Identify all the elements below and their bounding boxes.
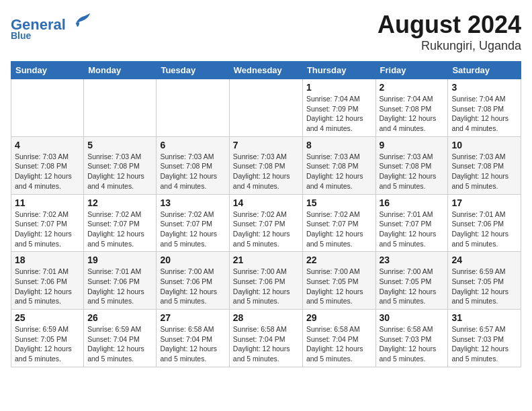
day-number: 24: [451, 255, 517, 265]
table-row: 6Sunrise: 7:03 AM Sunset: 7:08 PM Daylig…: [157, 136, 229, 194]
table-row: 3Sunrise: 7:04 AM Sunset: 7:08 PM Daylig…: [448, 79, 521, 137]
day-info: Sunrise: 7:01 AM Sunset: 7:06 PM Dayligh…: [15, 267, 80, 306]
col-wednesday: Wednesday: [229, 62, 302, 79]
location-subtitle: Rukungiri, Uganda: [378, 39, 521, 53]
day-info: Sunrise: 6:58 AM Sunset: 7:04 PM Dayligh…: [306, 324, 372, 364]
day-number: 9: [380, 140, 445, 150]
calendar-week-1: 1Sunrise: 7:04 AM Sunset: 7:09 PM Daylig…: [11, 79, 521, 137]
day-number: 15: [306, 197, 372, 208]
table-row: 14Sunrise: 7:02 AM Sunset: 7:07 PM Dayli…: [229, 194, 302, 252]
table-row: 25Sunrise: 6:59 AM Sunset: 7:05 PM Dayli…: [11, 310, 84, 367]
calendar-week-3: 11Sunrise: 7:02 AM Sunset: 7:07 PM Dayli…: [11, 194, 521, 252]
day-number: 2: [380, 82, 445, 93]
col-monday: Monday: [84, 62, 157, 79]
table-row: 29Sunrise: 6:58 AM Sunset: 7:04 PM Dayli…: [302, 310, 375, 367]
table-row: 12Sunrise: 7:02 AM Sunset: 7:07 PM Dayli…: [84, 194, 157, 252]
day-number: 28: [233, 312, 299, 323]
table-row: 13Sunrise: 7:02 AM Sunset: 7:07 PM Dayli…: [157, 194, 229, 252]
day-info: Sunrise: 6:59 AM Sunset: 7:05 PM Dayligh…: [451, 267, 517, 306]
day-info: Sunrise: 6:58 AM Sunset: 7:04 PM Dayligh…: [160, 324, 225, 364]
table-row: 23Sunrise: 7:00 AM Sunset: 7:05 PM Dayli…: [375, 252, 448, 310]
day-info: Sunrise: 7:01 AM Sunset: 7:06 PM Dayligh…: [87, 267, 152, 306]
day-number: 3: [451, 82, 517, 93]
day-number: 4: [15, 140, 80, 150]
day-info: Sunrise: 6:58 AM Sunset: 7:04 PM Dayligh…: [233, 324, 299, 364]
day-info: Sunrise: 7:03 AM Sunset: 7:08 PM Dayligh…: [451, 152, 517, 191]
table-row: 7Sunrise: 7:03 AM Sunset: 7:08 PM Daylig…: [229, 136, 302, 194]
day-info: Sunrise: 7:04 AM Sunset: 7:08 PM Dayligh…: [380, 94, 445, 134]
day-number: 19: [87, 255, 152, 265]
calendar-week-4: 18Sunrise: 7:01 AM Sunset: 7:06 PM Dayli…: [11, 252, 521, 310]
day-number: 1: [306, 82, 372, 93]
day-info: Sunrise: 7:03 AM Sunset: 7:08 PM Dayligh…: [380, 152, 445, 191]
day-info: Sunrise: 7:00 AM Sunset: 7:05 PM Dayligh…: [306, 267, 372, 306]
table-row: 21Sunrise: 7:00 AM Sunset: 7:06 PM Dayli…: [229, 252, 302, 310]
day-number: 8: [306, 140, 372, 150]
table-row: [157, 79, 229, 137]
day-number: 12: [87, 197, 152, 208]
day-number: 20: [160, 255, 225, 265]
day-number: 5: [87, 140, 152, 150]
day-info: Sunrise: 7:00 AM Sunset: 7:06 PM Dayligh…: [233, 267, 299, 306]
day-number: 25: [15, 312, 80, 323]
day-info: Sunrise: 7:03 AM Sunset: 7:08 PM Dayligh…: [160, 152, 225, 191]
table-row: 27Sunrise: 6:58 AM Sunset: 7:04 PM Dayli…: [157, 310, 229, 367]
day-number: 22: [306, 255, 372, 265]
day-number: 21: [233, 255, 299, 265]
page-header: General Blue August 2024 Rukungiri, Ugan…: [11, 11, 521, 53]
day-info: Sunrise: 6:57 AM Sunset: 7:03 PM Dayligh…: [451, 324, 517, 364]
day-info: Sunrise: 7:00 AM Sunset: 7:05 PM Dayligh…: [380, 267, 445, 306]
day-info: Sunrise: 6:58 AM Sunset: 7:03 PM Dayligh…: [380, 324, 445, 364]
calendar-week-5: 25Sunrise: 6:59 AM Sunset: 7:05 PM Dayli…: [11, 310, 521, 367]
table-row: 31Sunrise: 6:57 AM Sunset: 7:03 PM Dayli…: [448, 310, 521, 367]
table-row: 22Sunrise: 7:00 AM Sunset: 7:05 PM Dayli…: [302, 252, 375, 310]
day-number: 23: [380, 255, 445, 265]
day-info: Sunrise: 6:59 AM Sunset: 7:04 PM Dayligh…: [87, 324, 152, 364]
col-saturday: Saturday: [448, 62, 521, 79]
table-row: 1Sunrise: 7:04 AM Sunset: 7:09 PM Daylig…: [302, 79, 375, 137]
day-info: Sunrise: 7:02 AM Sunset: 7:07 PM Dayligh…: [306, 210, 372, 249]
day-number: 30: [380, 312, 445, 323]
day-info: Sunrise: 7:03 AM Sunset: 7:08 PM Dayligh…: [306, 152, 372, 191]
day-info: Sunrise: 7:03 AM Sunset: 7:08 PM Dayligh…: [15, 152, 80, 191]
table-row: 26Sunrise: 6:59 AM Sunset: 7:04 PM Dayli…: [84, 310, 157, 367]
table-row: [11, 79, 84, 137]
day-info: Sunrise: 7:01 AM Sunset: 7:07 PM Dayligh…: [380, 210, 445, 249]
table-row: 19Sunrise: 7:01 AM Sunset: 7:06 PM Dayli…: [84, 252, 157, 310]
day-number: 14: [233, 197, 299, 208]
day-info: Sunrise: 7:04 AM Sunset: 7:09 PM Dayligh…: [306, 94, 372, 134]
month-year-title: August 2024: [378, 11, 521, 39]
day-number: 26: [87, 312, 152, 323]
day-info: Sunrise: 7:01 AM Sunset: 7:06 PM Dayligh…: [451, 210, 517, 249]
logo-bird-icon: [73, 11, 91, 30]
title-block: August 2024 Rukungiri, Uganda: [378, 11, 521, 53]
day-number: 16: [380, 197, 445, 208]
day-number: 17: [451, 197, 517, 208]
day-info: Sunrise: 7:02 AM Sunset: 7:07 PM Dayligh…: [233, 210, 299, 249]
day-info: Sunrise: 7:04 AM Sunset: 7:08 PM Dayligh…: [451, 94, 517, 134]
calendar-header-row: Sunday Monday Tuesday Wednesday Thursday…: [11, 62, 521, 79]
table-row: 16Sunrise: 7:01 AM Sunset: 7:07 PM Dayli…: [375, 194, 448, 252]
col-tuesday: Tuesday: [157, 62, 229, 79]
table-row: 5Sunrise: 7:03 AM Sunset: 7:08 PM Daylig…: [84, 136, 157, 194]
table-row: 30Sunrise: 6:58 AM Sunset: 7:03 PM Dayli…: [375, 310, 448, 367]
table-row: [84, 79, 157, 137]
calendar-week-2: 4Sunrise: 7:03 AM Sunset: 7:08 PM Daylig…: [11, 136, 521, 194]
day-info: Sunrise: 7:03 AM Sunset: 7:08 PM Dayligh…: [233, 152, 299, 191]
col-sunday: Sunday: [11, 62, 84, 79]
table-row: 9Sunrise: 7:03 AM Sunset: 7:08 PM Daylig…: [375, 136, 448, 194]
table-row: 17Sunrise: 7:01 AM Sunset: 7:06 PM Dayli…: [448, 194, 521, 252]
col-thursday: Thursday: [302, 62, 375, 79]
table-row: 28Sunrise: 6:58 AM Sunset: 7:04 PM Dayli…: [229, 310, 302, 367]
day-info: Sunrise: 7:02 AM Sunset: 7:07 PM Dayligh…: [160, 210, 225, 249]
day-info: Sunrise: 6:59 AM Sunset: 7:05 PM Dayligh…: [15, 324, 80, 364]
day-number: 31: [451, 312, 517, 323]
table-row: 4Sunrise: 7:03 AM Sunset: 7:08 PM Daylig…: [11, 136, 84, 194]
table-row: 11Sunrise: 7:02 AM Sunset: 7:07 PM Dayli…: [11, 194, 84, 252]
logo: General Blue: [11, 11, 91, 41]
table-row: [229, 79, 302, 137]
day-info: Sunrise: 7:03 AM Sunset: 7:08 PM Dayligh…: [87, 152, 152, 191]
table-row: 24Sunrise: 6:59 AM Sunset: 7:05 PM Dayli…: [448, 252, 521, 310]
table-row: 18Sunrise: 7:01 AM Sunset: 7:06 PM Dayli…: [11, 252, 84, 310]
day-info: Sunrise: 7:02 AM Sunset: 7:07 PM Dayligh…: [87, 210, 152, 249]
